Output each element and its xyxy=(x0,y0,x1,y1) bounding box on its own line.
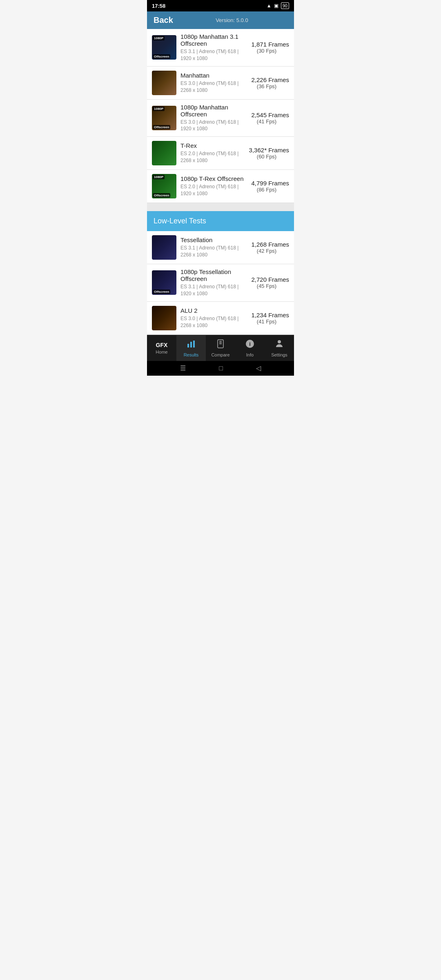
benchmark-info: ALU 2ES 3.0 | Adreno (TM) 618 | 2268 x 1… xyxy=(180,307,244,329)
nav-home-label: Home xyxy=(156,350,167,354)
benchmark-sub: ES 3.1 | Adreno (TM) 618 | 1920 x 1080 xyxy=(180,48,244,62)
list-item[interactable]: 1080POffscreen1080p Manhattan 3.1 Offscr… xyxy=(147,29,294,67)
benchmark-list: 1080POffscreen1080p Manhattan 3.1 Offscr… xyxy=(147,29,294,203)
score-frames: 1,234 Frames xyxy=(244,312,289,318)
benchmark-thumb: 1080POffscreen xyxy=(152,174,176,198)
score-fps: (42 Fps) xyxy=(244,248,289,254)
nav-results-label: Results xyxy=(184,352,199,357)
benchmark-score: 2,226 Frames(36 Fps) xyxy=(244,76,289,89)
android-home-btn[interactable]: □ xyxy=(219,365,223,372)
back-button[interactable]: Back xyxy=(154,16,173,25)
nav-home[interactable]: GFX Home xyxy=(147,335,176,361)
benchmark-score: 1,871 Frames(30 Fps) xyxy=(244,41,289,54)
benchmark-info: ManhattanES 3.0 | Adreno (TM) 618 | 2268… xyxy=(180,72,244,94)
status-icons: ▲ ▣ 90 xyxy=(267,2,289,9)
thumb-badge-top: 1080P xyxy=(153,107,165,111)
list-item[interactable]: ALU 2ES 3.0 | Adreno (TM) 618 | 2268 x 1… xyxy=(147,302,294,335)
benchmark-name: ALU 2 xyxy=(180,307,244,314)
android-back-btn[interactable]: ◁ xyxy=(256,364,261,372)
bottom-nav: GFX Home Results Compare i xyxy=(147,335,294,361)
benchmark-info: T-RexES 2.0 | Adreno (TM) 618 | 2268 x 1… xyxy=(180,142,244,164)
thumb-badge-bottom: Offscreen xyxy=(153,193,170,198)
gfx-label: GFX xyxy=(156,342,168,348)
score-frames: 4,799 Frames xyxy=(244,180,289,187)
benchmark-sub: ES 2.0 | Adreno (TM) 618 | 1920 x 1080 xyxy=(180,183,244,197)
list-item[interactable]: 1080POffscreen1080p T-Rex OffscreenES 2.… xyxy=(147,170,294,203)
nav-info[interactable]: i Info xyxy=(235,335,265,361)
score-frames: 1,871 Frames xyxy=(244,41,289,48)
compare-icon xyxy=(216,339,225,351)
score-fps: (41 Fps) xyxy=(244,118,289,125)
thumb-badge-top: 1080P xyxy=(153,175,165,179)
benchmark-name: 1080p Manhattan Offscreen xyxy=(180,104,244,118)
status-time: 17:58 xyxy=(152,3,165,9)
benchmark-info: 1080p T-Rex OffscreenES 2.0 | Adreno (TM… xyxy=(180,175,244,197)
benchmark-score: 1,268 Frames(42 Fps) xyxy=(244,241,289,254)
status-bar: 17:58 ▲ ▣ 90 xyxy=(147,0,294,11)
list-item[interactable]: ManhattanES 3.0 | Adreno (TM) 618 | 2268… xyxy=(147,67,294,100)
score-frames: 2,226 Frames xyxy=(244,76,289,83)
nav-settings[interactable]: Settings xyxy=(265,335,294,361)
thumb-badge-bottom: Offscreen xyxy=(153,290,170,294)
benchmark-thumb xyxy=(152,71,176,95)
benchmark-sub: ES 3.1 | Adreno (TM) 618 | 2268 x 1080 xyxy=(180,245,244,258)
benchmark-name: T-Rex xyxy=(180,142,244,149)
thumb-badge-top: 1080P xyxy=(153,36,165,40)
list-item[interactable]: T-RexES 2.0 | Adreno (TM) 618 | 2268 x 1… xyxy=(147,137,294,170)
score-frames: 1,268 Frames xyxy=(244,241,289,248)
section-spacer xyxy=(147,203,294,211)
header: Back Version: 5.0.0 xyxy=(147,11,294,29)
score-fps: (60 Fps) xyxy=(244,154,289,160)
benchmark-name: Tessellation xyxy=(180,236,244,243)
benchmark-thumb xyxy=(152,306,176,330)
score-frames: 3,362* Frames xyxy=(244,147,289,154)
score-fps: (41 Fps) xyxy=(244,318,289,325)
benchmark-score: 3,362* Frames(60 Fps) xyxy=(244,147,289,160)
screen-icon: ▣ xyxy=(274,3,278,9)
benchmark-thumb: 1080POffscreen xyxy=(152,106,176,130)
bar-chart-icon xyxy=(186,339,196,351)
benchmark-sub: ES 3.1 | Adreno (TM) 618 | 1920 x 1080 xyxy=(180,283,244,297)
benchmark-sub: ES 3.0 | Adreno (TM) 618 | 2268 x 1080 xyxy=(180,80,244,94)
list-item[interactable]: 1080POffscreen1080p Manhattan OffscreenE… xyxy=(147,100,294,137)
benchmark-info: 1080p Manhattan 3.1 OffscreenES 3.1 | Ad… xyxy=(180,33,244,62)
person-icon xyxy=(274,339,284,351)
android-menu-btn[interactable]: ☰ xyxy=(180,364,186,372)
list-item[interactable]: TessellationES 3.1 | Adreno (TM) 618 | 2… xyxy=(147,231,294,264)
score-fps: (86 Fps) xyxy=(244,187,289,193)
benchmark-sub: ES 3.0 | Adreno (TM) 618 | 2268 x 1080 xyxy=(180,315,244,329)
list-item[interactable]: Offscreen1080p Tessellation OffscreenES … xyxy=(147,264,294,302)
benchmark-sub: ES 2.0 | Adreno (TM) 618 | 2268 x 1080 xyxy=(180,150,244,164)
svg-point-9 xyxy=(278,340,281,343)
svg-rect-1 xyxy=(190,342,192,347)
score-frames: 2,720 Frames xyxy=(244,276,289,283)
benchmark-info: TessellationES 3.1 | Adreno (TM) 618 | 2… xyxy=(180,236,244,258)
info-icon: i xyxy=(245,339,255,351)
benchmark-score: 2,545 Frames(41 Fps) xyxy=(244,111,289,125)
svg-text:i: i xyxy=(249,341,251,347)
low-level-section-header: Low-Level Tests xyxy=(147,211,294,231)
low-level-list: TessellationES 3.1 | Adreno (TM) 618 | 2… xyxy=(147,231,294,335)
nav-compare-label: Compare xyxy=(211,352,229,357)
thumb-badge-bottom: Offscreen xyxy=(153,125,170,129)
benchmark-info: 1080p Manhattan OffscreenES 3.0 | Adreno… xyxy=(180,104,244,133)
thumb-badge-bottom: Offscreen xyxy=(153,54,170,59)
nav-settings-label: Settings xyxy=(271,352,287,357)
benchmark-thumb xyxy=(152,235,176,260)
android-nav-bar: ☰ □ ◁ xyxy=(147,361,294,376)
benchmark-score: 2,720 Frames(45 Fps) xyxy=(244,276,289,289)
low-level-title: Low-Level Tests xyxy=(154,217,206,225)
nav-compare[interactable]: Compare xyxy=(206,335,235,361)
nav-info-label: Info xyxy=(246,352,254,357)
wifi-icon: ▲ xyxy=(267,3,272,9)
benchmark-info: 1080p Tessellation OffscreenES 3.1 | Adr… xyxy=(180,268,244,297)
svg-rect-0 xyxy=(187,344,189,347)
score-frames: 2,545 Frames xyxy=(244,111,289,118)
nav-results[interactable]: Results xyxy=(176,335,206,361)
score-fps: (30 Fps) xyxy=(244,48,289,54)
score-fps: (45 Fps) xyxy=(244,283,289,289)
benchmark-name: Manhattan xyxy=(180,72,244,79)
benchmark-score: 1,234 Frames(41 Fps) xyxy=(244,312,289,325)
benchmark-thumb: Offscreen xyxy=(152,270,176,295)
benchmark-thumb xyxy=(152,141,176,165)
